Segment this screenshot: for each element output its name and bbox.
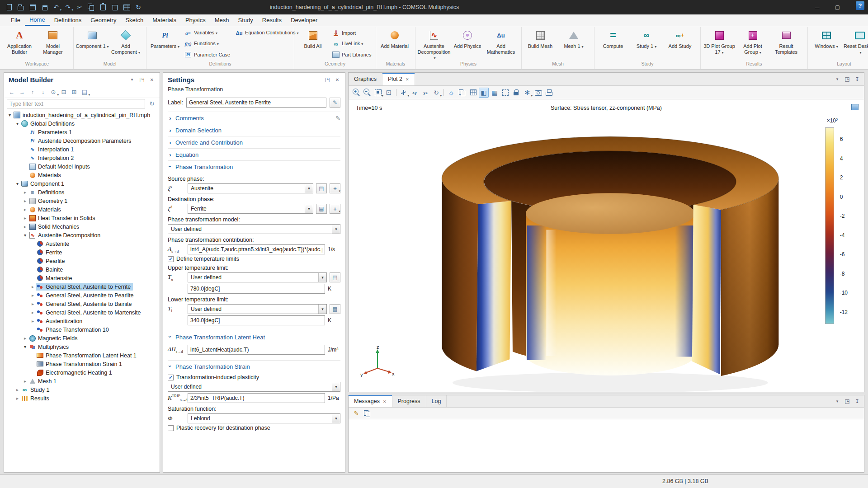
ribbon-button[interactable]: Add Mathematics: [484, 28, 518, 60]
ribbon-button[interactable]: Reset Desktop: [843, 28, 868, 60]
copy-icon[interactable]: [86, 2, 97, 13]
section-header-latent-heat[interactable]: Phase Transformation Latent Heat: [168, 331, 340, 343]
zoom-extents-icon[interactable]: [373, 88, 383, 98]
ribbon-button[interactable]: Windows: [810, 28, 843, 60]
phase-transformation-model-select[interactable]: User defined: [168, 224, 340, 234]
tree-expander-icon[interactable]: [30, 292, 36, 298]
menu-item[interactable]: Physics: [181, 14, 210, 26]
lower-limit-select[interactable]: User defined: [188, 304, 327, 314]
tree-item[interactable]: Bainite: [4, 265, 160, 274]
rename-icon[interactable]: [330, 98, 340, 108]
separator-icon[interactable]: [395, 88, 398, 98]
ribbon-button[interactable]: Application Builder: [3, 28, 36, 60]
back-icon[interactable]: [7, 88, 17, 97]
tree-expander-icon[interactable]: [30, 258, 36, 264]
messages-tab[interactable]: Messages: [349, 395, 392, 407]
ribbon-button[interactable]: Mesh 1: [557, 28, 590, 60]
plastic-recovery-checkbox[interactable]: [168, 425, 174, 431]
tree-expander-icon[interactable]: [22, 189, 28, 195]
tree-item[interactable]: Phase Transformation 10: [4, 325, 160, 334]
ribbon-button[interactable]: Result Templates: [769, 28, 803, 60]
edit-expression-icon[interactable]: [330, 304, 340, 314]
trip-checkbox[interactable]: [168, 375, 174, 380]
plot-canvas[interactable]: Time=10 s Surface: Stress tensor, zz-com…: [348, 99, 864, 392]
tree-item[interactable]: Austenite: [4, 239, 160, 248]
ribbon-button[interactable]: Add Physics: [451, 28, 484, 60]
tree-item[interactable]: Materials: [4, 171, 160, 179]
clear-messages-icon[interactable]: [351, 408, 361, 418]
define-temperature-limits-checkbox[interactable]: [168, 256, 174, 262]
tree-expander-icon[interactable]: [22, 224, 28, 230]
section-header[interactable]: Override and Contribution: [168, 136, 340, 148]
ribbon-button[interactable]: Component 1: [75, 28, 109, 60]
tree-item[interactable]: Component 1: [4, 179, 160, 188]
ribbon-button[interactable]: Add Material: [378, 28, 411, 60]
tree-item[interactable]: Magnetic Fields: [4, 334, 160, 343]
float-panel-icon[interactable]: [843, 75, 851, 83]
refresh-icon[interactable]: [147, 99, 157, 108]
float-panel-icon[interactable]: [323, 75, 331, 84]
add-phase-icon[interactable]: [330, 183, 340, 193]
show-icon[interactable]: [48, 88, 58, 97]
menu-item[interactable]: Materials: [148, 14, 181, 26]
tree-expander-icon[interactable]: [22, 146, 28, 152]
separator-icon[interactable]: [442, 88, 445, 98]
zoom-in-icon[interactable]: [351, 88, 361, 98]
section-header[interactable]: Equation: [168, 148, 340, 160]
tree-expander-icon[interactable]: [30, 352, 36, 358]
upper-limit-input[interactable]: [188, 284, 325, 294]
minimize-icon[interactable]: [807, 0, 827, 14]
add-phase-icon[interactable]: [330, 204, 340, 214]
expand-all-icon[interactable]: [69, 88, 79, 97]
yz-view-icon[interactable]: [420, 88, 430, 98]
tree-item[interactable]: General Steel, Austenite to Bainite: [4, 300, 160, 308]
menu-item[interactable]: Home: [25, 14, 50, 26]
maximize-icon[interactable]: [827, 0, 848, 14]
pin-panel-icon[interactable]: [853, 75, 861, 83]
graphics-tab[interactable]: Plot 2: [382, 73, 415, 85]
tree-expander-icon[interactable]: [30, 249, 36, 255]
tree-expander-icon[interactable]: [22, 129, 28, 135]
tree-item[interactable]: Heat Transfer in Solids: [4, 214, 160, 222]
section-header-strain[interactable]: Phase Transformation Strain: [168, 360, 340, 372]
ribbon-button[interactable]: 3D Plot Group 17: [703, 28, 736, 60]
tree-item[interactable]: Solid Mechanics: [4, 222, 160, 231]
messages-tab[interactable]: Log: [426, 395, 447, 407]
tree-expander-icon[interactable]: [22, 215, 28, 221]
menu-item[interactable]: Developer: [286, 14, 322, 26]
close-panel-icon[interactable]: [333, 75, 341, 84]
close-tab-icon[interactable]: [406, 76, 409, 82]
panel-menu-icon[interactable]: [128, 75, 136, 84]
close-tab-icon[interactable]: [383, 398, 387, 404]
tree-expander-icon[interactable]: [30, 275, 36, 281]
tree-expander-icon[interactable]: [14, 181, 20, 187]
tree-item[interactable]: Geometry 1: [4, 197, 160, 205]
edit-expression-icon[interactable]: [330, 272, 340, 282]
camera-icon[interactable]: [533, 88, 543, 98]
tree-item[interactable]: General Steel, Austenite to Martensite: [4, 308, 160, 317]
image-to-table-icon[interactable]: [468, 88, 478, 98]
menu-item[interactable]: File: [6, 14, 25, 26]
tree-item[interactable]: Multiphysics: [4, 343, 160, 351]
ribbon-button[interactable]: Model Manager: [36, 28, 70, 60]
tree-expander-icon[interactable]: [30, 310, 36, 315]
ribbon-button[interactable]: Study 1: [630, 28, 663, 60]
move-up-icon[interactable]: [28, 88, 38, 97]
tree-expander-icon[interactable]: [14, 121, 20, 127]
move-down-icon[interactable]: [38, 88, 48, 97]
ribbon-button[interactable]: Build All: [296, 28, 330, 60]
print-icon[interactable]: [544, 88, 554, 98]
table-icon[interactable]: [121, 2, 132, 13]
lower-limit-input[interactable]: [188, 315, 325, 325]
tree-expander-icon[interactable]: [30, 241, 36, 247]
tree-expander-icon[interactable]: [14, 395, 20, 401]
zoom-box-icon[interactable]: [384, 88, 394, 98]
pencil-icon[interactable]: [335, 115, 340, 122]
tree-expander-icon[interactable]: [30, 327, 36, 333]
lock-view-icon[interactable]: [511, 88, 521, 98]
ribbon-button[interactable]: LiveLink: [330, 38, 374, 49]
upper-limit-select[interactable]: User defined: [188, 272, 327, 282]
tree-expander-icon[interactable]: [14, 387, 20, 393]
section-header[interactable]: Domain Selection: [168, 124, 340, 136]
tree-item[interactable]: Interpolation 2: [4, 154, 160, 162]
